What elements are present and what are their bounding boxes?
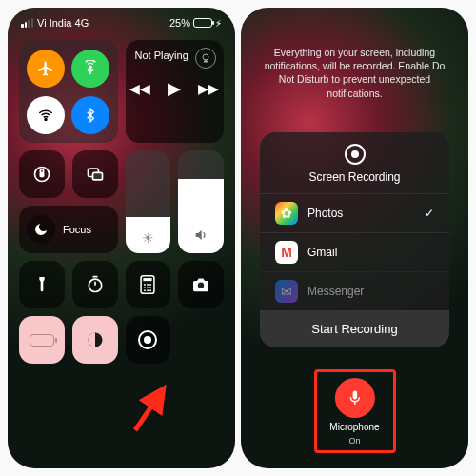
microphone-toggle[interactable]: Microphone On <box>329 378 379 446</box>
signal-bars-icon <box>21 18 33 28</box>
cellular-toggle[interactable] <box>71 50 109 88</box>
app-option-photos[interactable]: ✿ Photos ✓ <box>260 193 449 232</box>
svg-point-12 <box>150 284 152 286</box>
lock-rotation-icon <box>32 165 51 184</box>
svg-point-17 <box>147 289 149 291</box>
sheet-title: Screen Recording <box>308 170 400 184</box>
microphone-state: On <box>348 436 360 446</box>
next-track-icon[interactable]: ▶▶ <box>198 81 219 96</box>
dark-mode-icon <box>86 330 105 349</box>
microphone-label: Microphone <box>329 422 379 432</box>
svg-point-14 <box>147 287 149 288</box>
app-label: Photos <box>307 207 343 220</box>
screen-recording-sheet-screen: Everything on your screen, including not… <box>241 8 468 468</box>
brightness-slider[interactable]: ☀︎ <box>126 150 171 253</box>
start-recording-button[interactable]: Start Recording <box>260 310 449 347</box>
media-title: Not Playing <box>135 50 188 61</box>
messenger-app-icon: ✉ <box>275 280 298 303</box>
carrier-label: Vi India 4G <box>37 17 89 29</box>
focus-toggle[interactable]: Focus <box>19 206 118 253</box>
svg-point-1 <box>45 118 47 120</box>
camera-button[interactable] <box>178 261 224 308</box>
wifi-icon <box>37 107 54 124</box>
antenna-icon <box>82 60 99 77</box>
svg-point-18 <box>150 289 152 291</box>
prev-track-icon[interactable]: ◀◀ <box>129 81 150 96</box>
svg-point-0 <box>89 66 91 68</box>
wifi-toggle[interactable] <box>27 96 65 134</box>
control-center-grid: Not Playing ◀◀ ▶ ▶▶ ☀︎ Focus <box>8 32 235 371</box>
app-label: Messenger <box>307 285 364 298</box>
moon-icon <box>27 215 55 244</box>
flashlight-toggle[interactable] <box>19 261 65 308</box>
screen-recording-sheet: Screen Recording ✿ Photos ✓ M Gmail ✉ Me… <box>260 132 449 347</box>
airplane-toggle[interactable] <box>27 50 65 88</box>
battery-icon <box>30 334 54 347</box>
photos-app-icon: ✿ <box>275 202 298 225</box>
battery-icon <box>193 18 212 28</box>
microphone-icon <box>334 378 374 418</box>
airplane-icon <box>37 60 54 77</box>
bluetooth-icon <box>83 108 98 123</box>
battery-percent: 25% <box>169 17 190 29</box>
volume-icon <box>193 228 208 246</box>
charging-icon: ⚡︎ <box>215 18 222 29</box>
orientation-lock-toggle[interactable] <box>19 150 65 198</box>
calculator-icon <box>139 275 156 294</box>
play-icon[interactable]: ▶ <box>168 78 181 99</box>
screen-mirroring-toggle[interactable] <box>72 150 118 198</box>
record-icon <box>345 144 366 165</box>
checkmark-icon: ✓ <box>425 207 434 220</box>
svg-point-16 <box>144 289 146 291</box>
svg-rect-9 <box>144 278 152 281</box>
camera-icon <box>191 277 210 292</box>
app-option-messenger[interactable]: ✉ Messenger <box>260 271 449 305</box>
control-center-screen: Vi India 4G 25% ⚡︎ Not <box>8 8 235 468</box>
record-icon <box>138 330 157 349</box>
media-tile[interactable]: Not Playing ◀◀ ▶ ▶▶ <box>126 40 225 143</box>
brightness-icon: ☀︎ <box>142 230 154 246</box>
svg-rect-4 <box>40 172 43 176</box>
svg-point-15 <box>150 287 152 288</box>
svg-point-10 <box>144 284 146 286</box>
connectivity-tile[interactable] <box>19 40 118 143</box>
timer-icon <box>86 275 105 294</box>
low-power-toggle[interactable] <box>19 316 65 364</box>
mirroring-icon <box>86 165 105 184</box>
volume-slider[interactable] <box>178 150 224 253</box>
dark-mode-toggle[interactable] <box>72 316 118 364</box>
calculator-button[interactable] <box>126 261 171 308</box>
svg-point-11 <box>147 284 149 286</box>
app-option-gmail[interactable]: M Gmail <box>260 232 449 271</box>
screen-record-toggle[interactable] <box>126 316 171 364</box>
focus-label: Focus <box>63 224 91 235</box>
svg-rect-6 <box>92 172 102 180</box>
timer-toggle[interactable] <box>72 261 118 308</box>
annotation-arrow <box>129 377 177 438</box>
svg-point-13 <box>144 287 146 288</box>
status-bar: Vi India 4G 25% ⚡︎ <box>8 8 235 32</box>
app-label: Gmail <box>307 246 337 259</box>
svg-point-19 <box>198 283 204 288</box>
bluetooth-toggle[interactable] <box>71 96 109 134</box>
airplay-icon[interactable] <box>195 48 216 69</box>
gmail-app-icon: M <box>275 241 298 264</box>
flashlight-icon <box>34 275 50 294</box>
recording-notice: Everything on your screen, including not… <box>241 8 468 109</box>
